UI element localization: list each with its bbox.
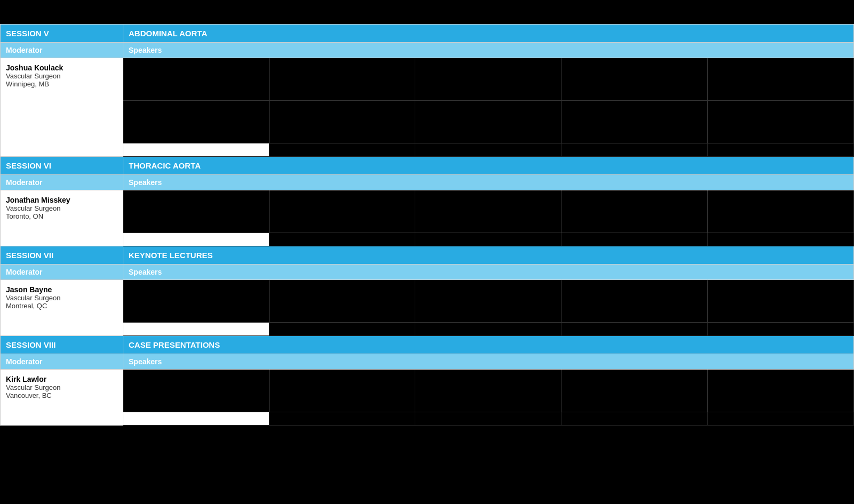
session-v-speaker-5 bbox=[707, 58, 853, 101]
session-v-moderator-label: Moderator bbox=[1, 43, 123, 58]
session-vi-speaker-4 bbox=[561, 190, 707, 233]
session-v-speaker-1 bbox=[123, 58, 270, 101]
top-bar bbox=[0, 0, 854, 24]
session-v-moderator-location: Winnipeg, MB bbox=[6, 80, 117, 88]
session-vi-moderator-title: Vascular Surgeon bbox=[6, 204, 117, 212]
session-v-row2 bbox=[1, 101, 854, 143]
session-v-speaker-9 bbox=[561, 101, 707, 143]
session-vii-strip-3 bbox=[415, 323, 562, 336]
session-viii-moderator-title: Vascular Surgeon bbox=[6, 383, 117, 391]
session-viii-strip-4 bbox=[561, 412, 707, 426]
session-vi-bottom-strip bbox=[1, 233, 854, 246]
session-vii-strip-5 bbox=[707, 323, 853, 336]
session-vii-strip-1 bbox=[123, 323, 270, 336]
session-v-moderator-title: Vascular Surgeon bbox=[6, 72, 117, 80]
session-viii-moderator-location: Vancouver, BC bbox=[6, 391, 117, 399]
session-vi-row1: Jonathan Misskey Vascular Surgeon Toront… bbox=[1, 190, 854, 233]
session-vii-speakers-label: Speakers bbox=[123, 265, 854, 280]
session-v-speaker-6 bbox=[123, 101, 270, 143]
session-viii-speaker-4 bbox=[561, 370, 707, 412]
session-vii-header: SESSION VII KEYNOTE LECTURES bbox=[1, 246, 854, 265]
session-vi-topic: THORACIC AORTA bbox=[123, 157, 854, 175]
session-v-header: SESSION V ABDOMINAL AORTA bbox=[1, 25, 854, 43]
session-vi-strip-4 bbox=[561, 233, 707, 246]
session-viii-label: SESSION VIII bbox=[1, 336, 123, 354]
session-vii-moderator-title: Vascular Surgeon bbox=[6, 294, 117, 302]
session-v-strip-1 bbox=[123, 143, 270, 157]
session-vii-moderator: Jason Bayne Vascular Surgeon Montreal, Q… bbox=[1, 280, 123, 336]
session-vii-speaker-3 bbox=[415, 280, 562, 323]
session-viii-strip-3 bbox=[415, 412, 562, 426]
session-viii-strip-1 bbox=[123, 412, 270, 426]
session-vi-moderator-location: Toronto, ON bbox=[6, 212, 117, 220]
session-v-speaker-2 bbox=[269, 58, 415, 101]
session-viii-topic: CASE PRESENTATIONS bbox=[123, 336, 854, 354]
session-v-strip-2 bbox=[269, 143, 415, 157]
session-v-moderator: Joshua Koulack Vascular Surgeon Winnipeg… bbox=[1, 58, 123, 157]
session-vi-speakers-label: Speakers bbox=[123, 175, 854, 190]
session-v-strip-4 bbox=[561, 143, 707, 157]
session-vi-label: SESSION VI bbox=[1, 157, 123, 175]
session-viii-speaker-3 bbox=[415, 370, 562, 412]
session-vi-speaker-2 bbox=[269, 190, 415, 233]
session-v-speaker-10 bbox=[707, 101, 853, 143]
session-vi-strip-2 bbox=[269, 233, 415, 246]
session-v-speakers-label: Speakers bbox=[123, 43, 854, 58]
session-v-subheader: Moderator Speakers bbox=[1, 43, 854, 58]
session-vi-strip-1 bbox=[123, 233, 270, 246]
session-v-speaker-4 bbox=[561, 58, 707, 101]
session-vi-strip-5 bbox=[707, 233, 853, 246]
session-v-strip-3 bbox=[415, 143, 562, 157]
session-viii-speaker-2 bbox=[269, 370, 415, 412]
session-vii-label: SESSION VII bbox=[1, 246, 123, 265]
session-vi-moderator-name: Jonathan Misskey bbox=[6, 196, 117, 204]
session-viii-moderator-name: Kirk Lawlor bbox=[6, 375, 117, 383]
session-vii-subheader: Moderator Speakers bbox=[1, 265, 854, 280]
session-vii-topic: KEYNOTE LECTURES bbox=[123, 246, 854, 265]
schedule-table: SESSION V ABDOMINAL AORTA Moderator Spea… bbox=[0, 24, 854, 426]
session-v-row1: Joshua Koulack Vascular Surgeon Winnipeg… bbox=[1, 58, 854, 101]
session-viii-header: SESSION VIII CASE PRESENTATIONS bbox=[1, 336, 854, 354]
session-vii-speaker-4 bbox=[561, 280, 707, 323]
session-v-speaker-3 bbox=[415, 58, 562, 101]
session-v-speaker-8 bbox=[415, 101, 562, 143]
session-viii-speaker-1 bbox=[123, 370, 270, 412]
session-vii-speaker-1 bbox=[123, 280, 270, 323]
session-vii-moderator-location: Montreal, QC bbox=[6, 302, 117, 310]
session-viii-row1: Kirk Lawlor Vascular Surgeon Vancouver, … bbox=[1, 370, 854, 412]
session-vii-speaker-2 bbox=[269, 280, 415, 323]
session-vii-strip-4 bbox=[561, 323, 707, 336]
session-vi-speaker-1 bbox=[123, 190, 270, 233]
session-viii-moderator: Kirk Lawlor Vascular Surgeon Vancouver, … bbox=[1, 370, 123, 426]
session-viii-moderator-label: Moderator bbox=[1, 354, 123, 370]
session-viii-speaker-5 bbox=[707, 370, 853, 412]
session-v-speaker-7 bbox=[269, 101, 415, 143]
session-vi-moderator-label: Moderator bbox=[1, 175, 123, 190]
session-v-bottom-strip bbox=[1, 143, 854, 157]
session-v-moderator-name: Joshua Koulack bbox=[6, 63, 117, 72]
session-vi-speaker-3 bbox=[415, 190, 562, 233]
session-v-strip-5 bbox=[707, 143, 853, 157]
session-vi-strip-3 bbox=[415, 233, 562, 246]
session-v-label: SESSION V bbox=[1, 25, 123, 43]
session-viii-subheader: Moderator Speakers bbox=[1, 354, 854, 370]
session-vi-moderator: Jonathan Misskey Vascular Surgeon Toront… bbox=[1, 190, 123, 246]
session-vii-row1: Jason Bayne Vascular Surgeon Montreal, Q… bbox=[1, 280, 854, 323]
session-viii-strip-5 bbox=[707, 412, 853, 426]
session-v-topic: ABDOMINAL AORTA bbox=[123, 25, 854, 43]
session-vii-moderator-name: Jason Bayne bbox=[6, 285, 117, 294]
session-vii-moderator-label: Moderator bbox=[1, 265, 123, 280]
session-vi-speaker-5 bbox=[707, 190, 853, 233]
session-vii-speaker-5 bbox=[707, 280, 853, 323]
session-vii-bottom-strip bbox=[1, 323, 854, 336]
session-vi-header: SESSION VI THORACIC AORTA bbox=[1, 157, 854, 175]
session-vi-subheader: Moderator Speakers bbox=[1, 175, 854, 190]
session-viii-strip-2 bbox=[269, 412, 415, 426]
session-vii-strip-2 bbox=[269, 323, 415, 336]
session-viii-bottom-strip bbox=[1, 412, 854, 426]
session-viii-speakers-label: Speakers bbox=[123, 354, 854, 370]
